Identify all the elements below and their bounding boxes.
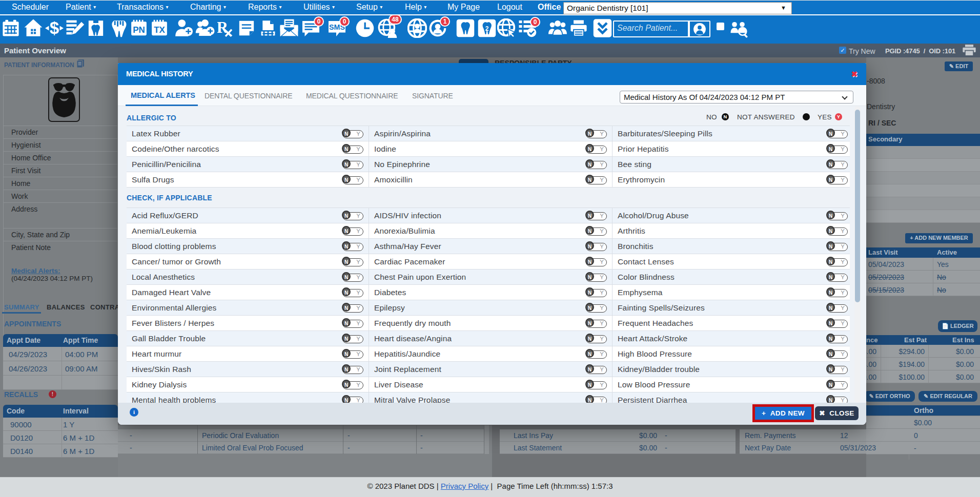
svg-text:$: $ [50, 18, 59, 37]
svg-text:TX: TX [154, 25, 165, 35]
svg-text:PN: PN [133, 25, 145, 35]
svg-text:2: 2 [485, 25, 489, 32]
